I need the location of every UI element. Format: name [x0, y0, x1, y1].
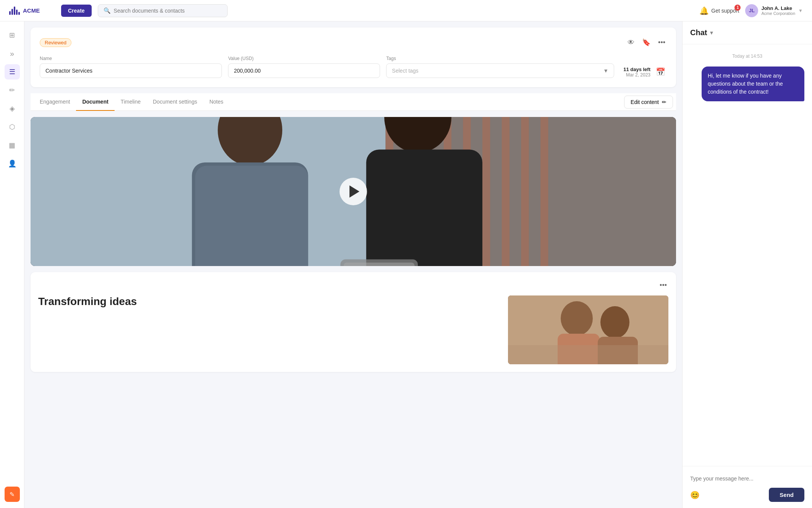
fields-row: Name Value (USD) Tags Select tags ▼ [40, 56, 667, 78]
view-icon-button[interactable]: 👁 [626, 37, 636, 48]
second-card-image-svg [508, 295, 668, 364]
tags-field-group: Tags Select tags ▼ [386, 56, 614, 78]
video-placeholder [31, 117, 676, 266]
card-more-options: ••• [38, 280, 668, 291]
main-layout: ⊞ » ☰ ✏ ◈ ⬡ ▦ 👤 ✎ Reviewed 👁 🔖 ••• [0, 21, 812, 508]
second-card-image [508, 295, 668, 364]
create-button[interactable]: Create [61, 5, 92, 17]
notification-badge: 1 [734, 5, 741, 11]
svg-rect-10 [521, 117, 529, 266]
tabs-right: Edit content ✏ [624, 96, 673, 109]
edit-pencil-icon: ✏ [662, 99, 666, 105]
status-badge: Reviewed [40, 38, 71, 47]
chat-chevron-icon[interactable]: ▾ [710, 29, 713, 36]
sidebar-item-grid[interactable]: ⊞ [5, 28, 20, 43]
logo: ACME [9, 6, 55, 15]
svg-rect-16 [366, 149, 482, 266]
chat-input[interactable] [690, 472, 804, 485]
sidebar: ⊞ » ☰ ✏ ◈ ⬡ ▦ 👤 ✎ [0, 21, 24, 508]
tab-timeline[interactable]: Timeline [115, 93, 147, 111]
svg-rect-11 [540, 117, 548, 266]
chat-input-area: 😊 Send [683, 466, 812, 508]
topbar-right: 🔔 1 Get support JL John A. Lake Acme Cor… [699, 4, 803, 17]
chat-timestamp: Today at 14:53 [690, 54, 804, 59]
chat-messages: Today at 14:53 Hi, let me know if you ha… [683, 44, 812, 466]
chat-actions: 😊 Send [690, 488, 804, 502]
svg-rect-24 [508, 345, 668, 364]
content-area: Reviewed 👁 🔖 ••• Name Value (USD) Tags [24, 21, 682, 508]
user-profile[interactable]: JL John A. Lake Acme Corporation ▼ [745, 4, 803, 17]
value-label: Value (USD) [228, 56, 380, 61]
search-input[interactable] [114, 8, 222, 14]
second-section-card: ••• Transforming ideas [31, 272, 676, 372]
edit-content-button[interactable]: Edit content ✏ [624, 96, 673, 109]
share-icon-button[interactable]: 🔖 [641, 37, 652, 48]
user-details: John A. Lake Acme Corporation [761, 5, 795, 16]
doc-card-actions: 👁 🔖 ••• [626, 37, 667, 48]
sidebar-item-cube[interactable]: ◈ [5, 101, 20, 116]
name-input[interactable] [40, 63, 222, 78]
send-button[interactable]: Send [769, 488, 804, 502]
logo-icon [9, 6, 20, 15]
tabs-bar: Engagement Document Timeline Document se… [31, 93, 676, 111]
value-input[interactable] [228, 63, 380, 78]
sidebar-bottom: ✎ [5, 487, 20, 502]
svg-point-20 [561, 301, 593, 336]
tags-select[interactable]: Select tags ▼ [386, 63, 614, 78]
chat-header: Chat ▾ [683, 21, 812, 44]
search-bar: 🔍 [98, 4, 228, 17]
avatar: JL [745, 4, 758, 17]
chevron-down-icon: ▼ [798, 8, 803, 13]
svg-rect-9 [502, 117, 510, 266]
tab-engagement[interactable]: Engagement [34, 93, 76, 111]
sidebar-item-notes[interactable]: ✎ [5, 487, 20, 502]
svg-rect-8 [482, 117, 490, 266]
video-play-button[interactable] [340, 178, 367, 205]
topbar: ACME Create 🔍 🔔 1 Get support JL John A.… [0, 0, 812, 21]
sidebar-item-chart[interactable]: ▦ [5, 138, 20, 153]
play-triangle-icon [349, 185, 359, 198]
value-field-group: Value (USD) [228, 56, 380, 78]
second-card-text: Transforming ideas [38, 295, 502, 308]
sidebar-item-layers[interactable]: ⬡ [5, 119, 20, 135]
deadline-box: 11 days left Mar 2, 2023 📅 [623, 66, 667, 78]
document-card: Reviewed 👁 🔖 ••• Name Value (USD) Tags [31, 28, 676, 87]
tags-placeholder: Select tags [392, 68, 418, 74]
transforming-title: Transforming ideas [38, 295, 502, 308]
emoji-button[interactable]: 😊 [690, 490, 700, 500]
chat-title: Chat [690, 28, 707, 37]
svg-rect-14 [195, 166, 308, 266]
tags-label: Tags [386, 56, 614, 61]
sidebar-item-chevron[interactable]: » [5, 46, 20, 61]
bell-icon: 🔔 [699, 6, 709, 15]
chevron-down-icon: ▼ [603, 68, 608, 74]
chat-bubble: Hi, let me know if you have any question… [702, 67, 804, 101]
support-button[interactable]: 🔔 1 Get support [699, 6, 739, 15]
logo-text: ACME [23, 7, 40, 14]
tab-document[interactable]: Document [76, 93, 114, 111]
search-icon: 🔍 [104, 7, 111, 14]
svg-point-22 [600, 306, 629, 338]
user-name: John A. Lake [761, 5, 795, 11]
video-section [31, 117, 676, 266]
sidebar-item-contacts[interactable]: 👤 [5, 156, 20, 171]
more-options-button[interactable]: ••• [657, 37, 667, 48]
sidebar-item-documents[interactable]: ☰ [5, 64, 20, 80]
deadline-text: 11 days left Mar 2, 2023 [623, 67, 650, 78]
deadline-days: 11 days left [623, 67, 650, 72]
tab-notes[interactable]: Notes [203, 93, 230, 111]
svg-rect-18 [344, 263, 415, 266]
doc-card-header: Reviewed 👁 🔖 ••• [40, 37, 667, 48]
name-label: Name [40, 56, 222, 61]
calendar-icon-button[interactable]: 📅 [654, 66, 667, 78]
tab-document-settings[interactable]: Document settings [147, 93, 203, 111]
second-card-content: Transforming ideas [38, 295, 668, 364]
chat-panel: Chat ▾ Today at 14:53 Hi, let me know if… [682, 21, 812, 508]
user-org: Acme Corporation [761, 11, 795, 16]
deadline-date: Mar 2, 2023 [623, 72, 650, 78]
name-field-group: Name [40, 56, 222, 78]
card-dots-button[interactable]: ••• [658, 280, 668, 291]
edit-content-label: Edit content [631, 99, 659, 105]
sidebar-item-edit[interactable]: ✏ [5, 83, 20, 98]
